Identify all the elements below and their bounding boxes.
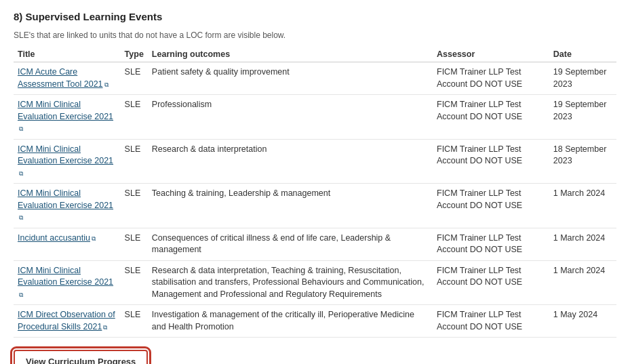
view-curriculum-progress-button[interactable]: View Curriculum Progress [14,350,148,364]
title-link[interactable]: ICM Mini Clinical Evaluation Exercise 20… [18,100,113,121]
title-link[interactable]: Incidunt accusantiu [18,233,90,243]
table-cell-title: ICM Mini Clinical Evaluation Exercise 20… [14,184,121,228]
external-link-icon: ⧉ [104,81,109,89]
title-link[interactable]: ICM Acute Care Assessment Tool 2021 [18,67,103,89]
table-cell-date: 1 March 2024 [549,228,616,260]
table-row: ICM Mini Clinical Evaluation Exercise 20… [14,184,616,228]
external-link-icon: ⧉ [19,214,23,222]
table-cell-outcomes: Research & data interpretation, Teaching… [148,260,433,305]
table-cell-outcomes: Investigation & management of the critic… [148,305,433,338]
info-text: SLE's that are linked to units that do n… [14,31,616,40]
table-cell-outcomes: Consequences of critical illness & end o… [148,228,433,260]
table-cell-date: 1 May 2024 [549,305,616,338]
table-cell-assessor: FICM Trainer LLP Test Account DO NOT USE [433,139,549,184]
table-cell-type: SLE [121,139,148,184]
table-cell-outcomes: Professionalism [148,95,433,140]
table-cell-title: ICM Mini Clinical Evaluation Exercise 20… [14,95,121,140]
table-header-row: Title Type Learning outcomes Assessor Da… [14,47,616,62]
table-cell-title: ICM Mini Clinical Evaluation Exercise 20… [14,260,121,305]
title-link[interactable]: ICM Mini Clinical Evaluation Exercise 20… [18,144,113,166]
title-link[interactable]: ICM Direct Observation of Procedural Ski… [18,310,115,331]
table-cell-date: 19 September 2023 [549,62,616,95]
external-link-icon: ⧉ [19,169,23,178]
table-cell-outcomes: Research & data interpretation [148,139,433,184]
external-link-icon: ⧉ [103,323,107,332]
table-cell-assessor: FICM Trainer LLP Test Account DO NOT USE [433,228,549,260]
table-cell-date: 1 March 2024 [549,260,616,305]
col-header-type: Type [121,47,148,62]
external-link-icon: ⧉ [19,125,23,134]
sle-table: Title Type Learning outcomes Assessor Da… [14,47,616,338]
table-cell-date: 1 March 2024 [549,184,616,228]
table-cell-type: SLE [121,62,148,95]
table-cell-title: ICM Acute Care Assessment Tool 2021⧉ [14,62,121,95]
table-cell-date: 18 September 2023 [549,139,616,184]
table-cell-assessor: FICM Trainer LLP Test Account DO NOT USE [433,305,549,338]
title-link[interactable]: ICM Mini Clinical Evaluation Exercise 20… [18,266,113,287]
table-cell-assessor: FICM Trainer LLP Test Account DO NOT USE [433,95,549,140]
col-header-assessor: Assessor [433,47,549,62]
title-link[interactable]: ICM Mini Clinical Evaluation Exercise 20… [18,188,113,210]
table-cell-assessor: FICM Trainer LLP Test Account DO NOT USE [433,260,549,305]
col-header-title: Title [14,47,121,62]
table-cell-assessor: FICM Trainer LLP Test Account DO NOT USE [433,184,549,228]
table-row: ICM Mini Clinical Evaluation Exercise 20… [14,139,616,184]
table-row: Incidunt accusantiu⧉SLEConsequences of c… [14,228,616,260]
table-cell-outcomes: Patient safety & quality improvement [148,62,433,95]
table-cell-outcomes: Teaching & training, Leadership & manage… [148,184,433,228]
table-cell-title: ICM Direct Observation of Procedural Ski… [14,305,121,338]
table-row: ICM Mini Clinical Evaluation Exercise 20… [14,260,616,305]
table-cell-type: SLE [121,228,148,260]
table-cell-assessor: FICM Trainer LLP Test Account DO NOT USE [433,62,549,95]
table-cell-type: SLE [121,184,148,228]
section-title: 8) Supervised Learning Events [14,11,616,22]
table-cell-date: 19 September 2023 [549,95,616,140]
table-cell-title: Incidunt accusantiu⧉ [14,228,121,260]
table-cell-type: SLE [121,95,148,140]
table-row: ICM Direct Observation of Procedural Ski… [14,305,616,338]
col-header-outcomes: Learning outcomes [148,47,433,62]
table-row: ICM Acute Care Assessment Tool 2021⧉SLEP… [14,62,616,95]
external-link-icon: ⧉ [19,291,23,300]
external-link-icon: ⧉ [92,235,96,243]
table-row: ICM Mini Clinical Evaluation Exercise 20… [14,95,616,140]
table-cell-type: SLE [121,260,148,305]
table-cell-type: SLE [121,305,148,338]
table-cell-title: ICM Mini Clinical Evaluation Exercise 20… [14,139,121,184]
col-header-date: Date [549,47,616,62]
